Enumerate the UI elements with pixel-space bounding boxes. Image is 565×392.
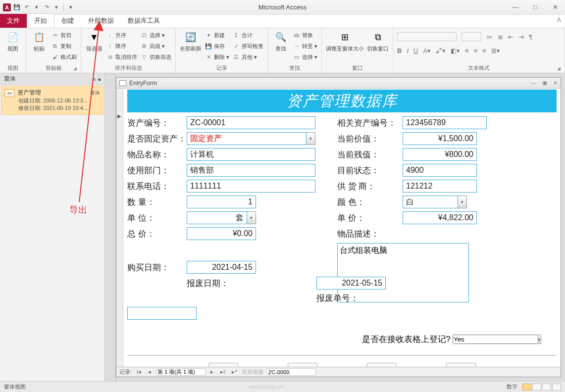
sort-asc-button[interactable]: ↓升序 bbox=[106, 30, 137, 40]
save-button[interactable]: 💾 bbox=[367, 363, 397, 367]
minimize-button[interactable]: — bbox=[506, 1, 525, 13]
switch-button[interactable]: ⧉切换窗口 bbox=[367, 30, 389, 52]
toggle-filter-button[interactable]: ▽切换筛选 bbox=[140, 52, 171, 62]
selection-button[interactable]: ☑选择▾ bbox=[140, 30, 171, 40]
undo-icon[interactable]: ↶ bbox=[23, 3, 31, 11]
nav-item-form[interactable]: ▭ 资产管理 窗体 创建日期: 2006-12-06 13:3... 修改日期:… bbox=[1, 86, 103, 115]
field-supplier[interactable] bbox=[403, 180, 477, 193]
field-register[interactable] bbox=[453, 335, 538, 344]
paste-button[interactable]: 📋粘贴 bbox=[30, 30, 48, 52]
gridlines-icon[interactable]: ⊞▾ bbox=[491, 47, 500, 54]
maximize-button[interactable]: □ bbox=[525, 1, 545, 13]
refresh-button[interactable]: 🔄全部刷新 bbox=[180, 30, 202, 52]
first-record-icon[interactable]: I◂ bbox=[135, 369, 143, 375]
dialog-launcher-icon[interactable]: ◢ bbox=[557, 66, 561, 71]
record-pos[interactable] bbox=[156, 368, 205, 376]
filter-button[interactable]: ▼筛选器 bbox=[85, 30, 103, 52]
field-qty[interactable] bbox=[187, 196, 256, 208]
align-center-icon[interactable]: ≡ bbox=[474, 47, 478, 54]
select-button[interactable]: ▭选择▾ bbox=[293, 52, 317, 62]
field-buy[interactable] bbox=[187, 261, 256, 274]
minimize-icon[interactable]: — bbox=[531, 80, 536, 86]
design-view-icon[interactable] bbox=[552, 384, 561, 391]
fill-icon[interactable]: ◧▾ bbox=[451, 47, 460, 54]
size-combo[interactable] bbox=[462, 32, 481, 41]
tab-dbtools[interactable]: 数据库工具 bbox=[121, 14, 167, 28]
spell-button[interactable]: ✓拼写检查 bbox=[232, 41, 263, 51]
advanced-button[interactable]: ⚙高级▾ bbox=[140, 41, 171, 51]
field-color[interactable] bbox=[403, 196, 458, 208]
numbering-icon[interactable]: ≣ bbox=[498, 33, 503, 41]
field-curscrap[interactable] bbox=[403, 148, 477, 161]
dialog-launcher-icon[interactable]: ◢ bbox=[73, 66, 77, 71]
italic-icon[interactable]: I bbox=[407, 47, 409, 54]
form-titlebar[interactable]: EntryForm — ▣ ✕ bbox=[116, 78, 561, 89]
ltr-icon[interactable]: ¶ bbox=[529, 33, 532, 41]
tab-create[interactable]: 创建 bbox=[54, 14, 81, 28]
field-related[interactable] bbox=[403, 116, 487, 129]
field-phone[interactable] bbox=[187, 180, 315, 193]
field-dept[interactable] bbox=[187, 164, 315, 177]
underline-icon[interactable]: U bbox=[413, 47, 418, 54]
font-color-icon[interactable]: A▾ bbox=[423, 47, 431, 54]
next-record-icon[interactable]: ▸ bbox=[208, 369, 215, 375]
search-box[interactable] bbox=[266, 368, 316, 376]
close-button[interactable]: ✕ bbox=[545, 1, 565, 13]
new-record-icon[interactable]: ▸* bbox=[230, 369, 239, 375]
last-record-icon[interactable]: ▸I bbox=[218, 369, 227, 375]
new-button[interactable]: ✦新建 bbox=[205, 30, 229, 40]
clear-sort-button[interactable]: ⊘取消排序 bbox=[106, 52, 137, 62]
fit-button[interactable]: ⊞调整至窗体大小 bbox=[326, 30, 364, 52]
field-total[interactable] bbox=[187, 227, 256, 240]
field-scrapno[interactable] bbox=[127, 307, 197, 320]
field-scrap[interactable] bbox=[316, 277, 386, 290]
bullets-icon[interactable]: ≔ bbox=[486, 33, 493, 41]
totals-button[interactable]: Σ合计 bbox=[232, 30, 263, 40]
field-unit[interactable] bbox=[187, 211, 247, 224]
find-button[interactable]: 🔍查找 bbox=[272, 30, 290, 52]
dropdown-icon[interactable]: ▾ bbox=[458, 196, 467, 208]
redo-icon[interactable]: ↷ bbox=[43, 3, 51, 11]
record-selector[interactable]: ▶ bbox=[116, 89, 123, 367]
field-uprice[interactable] bbox=[403, 211, 477, 224]
layout-view-icon[interactable] bbox=[542, 384, 551, 391]
font-combo[interactable] bbox=[397, 32, 457, 41]
field-curval[interactable] bbox=[403, 132, 477, 145]
indent-dec-icon[interactable]: ⇤ bbox=[508, 33, 514, 41]
save-rec-button[interactable]: 💾保存 bbox=[205, 41, 229, 51]
qat-customize-icon[interactable]: ▾ bbox=[67, 3, 75, 11]
more-button[interactable]: ☰其他▾ bbox=[232, 52, 263, 62]
save-icon[interactable]: 💾 bbox=[13, 3, 21, 11]
tab-file[interactable]: 文件 bbox=[0, 14, 27, 28]
help-icon[interactable]: ᐱ bbox=[557, 17, 561, 23]
dropdown-icon[interactable]: ▾ bbox=[307, 132, 315, 145]
sort-desc-button[interactable]: ↑降序 bbox=[106, 41, 137, 51]
dropdown-icon[interactable]: ▾ bbox=[538, 335, 541, 344]
replace-button[interactable]: ab替换 bbox=[293, 30, 317, 40]
paste-button[interactable]: 📋 bbox=[208, 363, 238, 367]
copy-button[interactable]: ⧉复制 bbox=[51, 41, 77, 51]
form-view-icon[interactable] bbox=[522, 384, 531, 391]
dropdown-icon[interactable]: ▾ bbox=[52, 3, 60, 11]
access-app-icon[interactable]: A bbox=[3, 3, 11, 11]
field-status[interactable] bbox=[403, 164, 477, 177]
datasheet-view-icon[interactable] bbox=[532, 384, 541, 391]
close-icon[interactable]: ✕ bbox=[553, 80, 558, 86]
bold-icon[interactable]: B bbox=[397, 47, 402, 54]
delete-button[interactable]: ✕删除▾ bbox=[205, 52, 229, 62]
goto-button[interactable]: →转至▾ bbox=[293, 41, 317, 51]
indent-inc-icon[interactable]: ⇥ bbox=[518, 33, 524, 41]
delete-button[interactable]: 🗑 bbox=[288, 363, 317, 367]
prev-record-icon[interactable]: ◂ bbox=[146, 369, 153, 375]
tab-home[interactable]: 开始 bbox=[27, 13, 54, 28]
view-button[interactable]: 📄视图 bbox=[4, 30, 22, 52]
format-painter-button[interactable]: 🖌格式刷 bbox=[51, 52, 77, 62]
tab-external[interactable]: 外部数据 bbox=[81, 14, 121, 28]
field-fixed[interactable] bbox=[187, 132, 307, 145]
highlight-icon[interactable]: 🖍▾ bbox=[436, 47, 446, 54]
cut-button[interactable]: ✂剪切 bbox=[51, 30, 77, 40]
nav-header[interactable]: 窗体 « ◂ bbox=[0, 73, 104, 85]
cancel-button[interactable]: ⦸ bbox=[446, 363, 476, 367]
align-right-icon[interactable]: ≡ bbox=[482, 47, 486, 54]
restore-icon[interactable]: ▣ bbox=[542, 80, 547, 86]
